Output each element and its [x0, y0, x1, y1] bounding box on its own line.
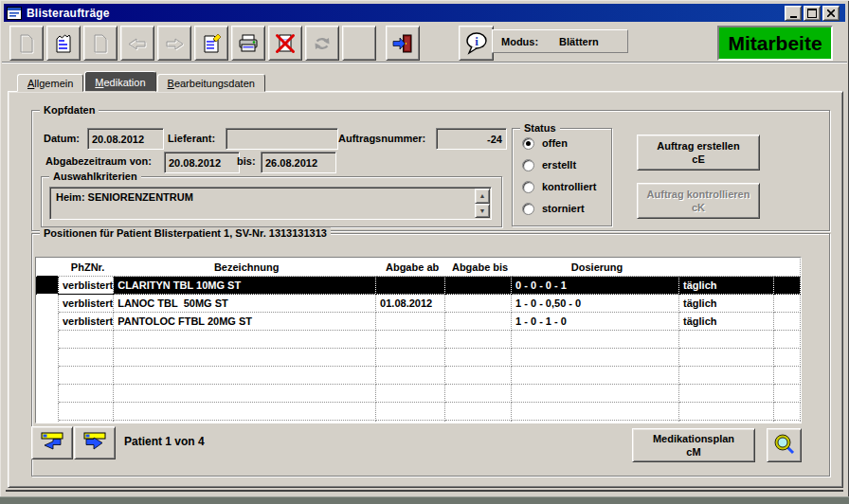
table-cell[interactable]: PANTOLOC FTBL 20MG ST — [114, 313, 376, 331]
status-radio-storniert[interactable]: storniert — [522, 201, 611, 216]
auswahl-scrollbar[interactable]: ▲ ▼ — [475, 189, 490, 218]
table-cell — [679, 331, 774, 349]
table-cell[interactable] — [445, 295, 512, 313]
toolbar-button-open[interactable] — [46, 26, 81, 61]
table-cell[interactable]: CLARITYN TBL 10MG ST — [114, 277, 376, 295]
table-cell[interactable] — [37, 313, 59, 331]
table-cell[interactable] — [37, 277, 59, 295]
table-cell — [37, 331, 59, 349]
abgabe-bis-field[interactable]: 26.08.2012 — [261, 152, 336, 173]
table-row[interactable]: verblistertPANTOLOC FTBL 20MG ST1 - 0 - … — [37, 313, 801, 331]
table-cell[interactable]: verblistert — [58, 313, 113, 331]
auswahlkriterien-group: Auswahlkriterien Heim: SENIORENZENTRUM ▲… — [41, 176, 502, 227]
table-cell — [679, 385, 774, 403]
titlebar: Blisteraufträge — [4, 4, 845, 22]
open-document-icon — [52, 32, 75, 55]
table-cell — [37, 421, 59, 424]
table-cell[interactable] — [376, 313, 445, 331]
radio-icon[interactable] — [522, 159, 534, 171]
window-bottom-edge — [6, 490, 843, 492]
info-button[interactable]: i — [459, 26, 494, 61]
app-icon — [7, 7, 22, 20]
table-cell — [37, 349, 59, 367]
table-cell[interactable] — [445, 277, 512, 295]
table-cell[interactable]: verblistert — [58, 295, 113, 313]
abgabe-von-field[interactable]: 20.08.2012 — [164, 152, 240, 173]
table-cell[interactable]: 01.08.2012 — [376, 295, 445, 313]
tab-bearbeitungsdaten[interactable]: Bearbeitungsdaten — [157, 74, 265, 92]
table-cell — [114, 403, 376, 421]
radio-icon[interactable] — [522, 137, 534, 150]
printer-icon — [237, 32, 260, 55]
tab-label: llgemein — [34, 78, 73, 89]
tab-allgemein[interactable]: Allgemein — [17, 74, 83, 92]
toolbar-button-delete[interactable] — [268, 26, 302, 61]
radio-label: storniert — [542, 203, 585, 214]
toolbar — [9, 26, 423, 59]
table-cell[interactable]: verblistert — [58, 277, 113, 295]
lieferant-field[interactable] — [226, 128, 338, 150]
patient-next-button[interactable] — [74, 426, 116, 459]
toolbar-button-empty — [342, 26, 376, 61]
radio-icon[interactable] — [522, 203, 534, 215]
table-cell — [37, 385, 59, 403]
maximize-button[interactable] — [804, 6, 821, 21]
nav-next-icon — [81, 430, 109, 456]
table-cell[interactable]: 0 - 0 - 0 - 1 — [512, 277, 679, 295]
toolbar-button-new[interactable] — [194, 26, 228, 61]
table-cell[interactable]: täglich — [679, 277, 774, 295]
auswahlkriterien-legend: Auswahlkriterien — [49, 171, 141, 182]
status-radio-kontrolliert[interactable]: kontrolliert — [522, 179, 611, 194]
table-cell — [512, 421, 679, 424]
column-header: Bezeichnung — [114, 259, 376, 277]
table-cell[interactable]: 1 - 0 - 1 - 0 — [512, 313, 679, 331]
table-cell[interactable]: täglich — [679, 295, 774, 313]
radio-icon[interactable] — [522, 181, 534, 193]
toolbar-button-exit[interactable] — [386, 26, 420, 61]
table-cell[interactable] — [773, 277, 800, 295]
auftrag-kontrollieren-button: Auftrag kontrollieren cK — [637, 183, 760, 219]
patient-prev-button[interactable] — [31, 426, 73, 459]
minimize-button[interactable] — [785, 6, 802, 21]
table-cell[interactable] — [773, 313, 800, 331]
table-cell — [114, 367, 376, 385]
auftragsnummer-field[interactable]: -24 — [436, 128, 507, 150]
table-cell[interactable] — [37, 295, 59, 313]
table-cell[interactable] — [376, 277, 445, 295]
table-cell[interactable]: LANOC TBL 50MG ST — [114, 295, 376, 313]
table-cell — [445, 385, 512, 403]
table-cell — [58, 421, 113, 424]
datum-field[interactable]: 20.08.2012 — [87, 128, 164, 150]
medikationsplan-button[interactable]: Medikationsplan cM — [632, 428, 755, 462]
scroll-down-icon[interactable]: ▼ — [475, 204, 490, 219]
table-cell[interactable]: täglich — [679, 313, 774, 331]
table-cell[interactable]: 1 - 0 - 0,50 - 0 — [512, 295, 679, 313]
status-radio-erstellt[interactable]: erstellt — [522, 157, 611, 172]
table-cell — [114, 385, 376, 403]
status-radio-offen[interactable]: offen — [522, 135, 611, 151]
auftrag-erstellen-button[interactable]: Auftrag erstellen cE — [637, 135, 760, 171]
toolbar-button-refresh — [305, 26, 339, 61]
column-header — [773, 259, 800, 277]
close-button[interactable] — [822, 6, 840, 21]
table-cell[interactable] — [445, 313, 512, 331]
search-button[interactable] — [767, 428, 802, 462]
table-empty-row — [37, 421, 801, 424]
tab-medikation[interactable]: Medikation — [84, 71, 155, 92]
table-header-row: PhZNr.BezeichnungAbgabe abAbgabe bisDosi… — [37, 259, 801, 277]
table-cell — [114, 349, 376, 367]
table-row[interactable]: verblistertCLARITYN TBL 10MG ST0 - 0 - 0… — [37, 277, 801, 295]
table-row[interactable]: verblistertLANOC TBL 50MG ST01.08.20121 … — [37, 295, 801, 313]
toolbar-button-print[interactable] — [231, 26, 265, 61]
table-cell — [773, 421, 800, 424]
table-cell — [376, 331, 445, 349]
minimize-icon — [790, 16, 797, 18]
scroll-up-icon[interactable]: ▲ — [475, 189, 490, 204]
new-document-icon — [200, 32, 223, 55]
auswahl-listbox[interactable]: Heim: SENIORENZENTRUM ▲ ▼ — [49, 187, 492, 220]
maximize-icon — [807, 9, 817, 18]
mode-panel: Modus: Blättern — [492, 29, 628, 53]
datum-label: Datum: — [44, 133, 80, 144]
table-cell — [37, 403, 59, 421]
table-cell[interactable] — [773, 295, 800, 313]
